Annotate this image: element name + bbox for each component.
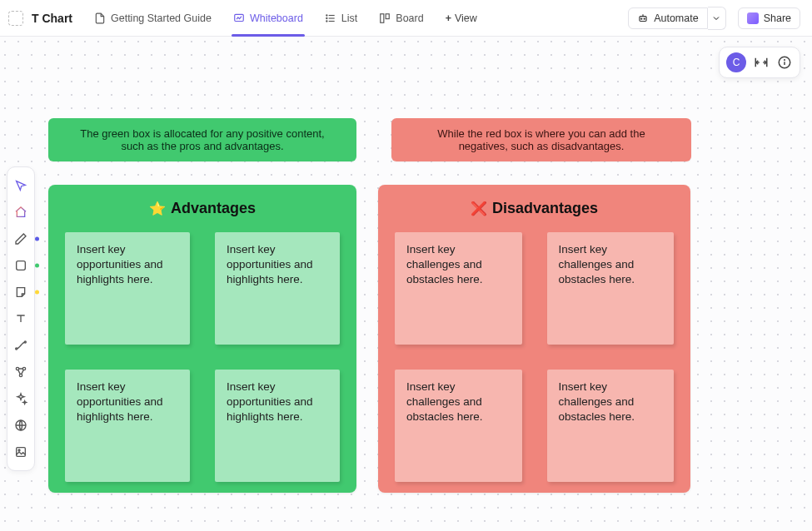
tab-label: List: [341, 12, 357, 24]
automate-button[interactable]: Automate: [628, 7, 708, 29]
sticky-icon: [14, 285, 27, 299]
color-dot-yellow: [35, 290, 39, 295]
text-icon: [14, 312, 27, 325]
doc-logo-icon: [8, 11, 23, 26]
tab-label: Whiteboard: [250, 12, 303, 24]
whiteboard-canvas[interactable]: C: [0, 37, 812, 531]
sticky-note[interactable]: Insert key opportunities and highlights …: [215, 370, 340, 482]
svg-point-20: [16, 348, 17, 350]
column-disadvantages[interactable]: ❌ Disadvantages Insert key challenges an…: [378, 185, 690, 493]
svg-point-11: [644, 18, 645, 19]
cursor-icon: [14, 179, 27, 192]
sparkle-icon: [14, 392, 27, 405]
svg-point-18: [785, 60, 785, 61]
cross-icon: ❌: [471, 201, 487, 216]
home-icon: [14, 206, 27, 219]
color-dot-green: [35, 264, 39, 268]
globe-icon: [14, 419, 27, 432]
list-icon: [325, 12, 336, 24]
svg-point-6: [326, 20, 327, 21]
info-banner-red[interactable]: While the red box is where you can add t…: [391, 118, 691, 161]
sticky-note[interactable]: Insert key opportunities and highlights …: [65, 370, 190, 482]
top-bar: T Chart Getting Started Guide Whiteboard…: [0, 0, 812, 37]
tool-hand[interactable]: [7, 199, 34, 226]
automate-group: Automate: [628, 7, 726, 30]
column-heading: ❌ Disadvantages: [395, 200, 674, 217]
connector-icon: [14, 339, 27, 352]
add-view-label: View: [455, 12, 477, 24]
tab-whiteboard[interactable]: Whiteboard: [225, 0, 311, 37]
svg-rect-8: [386, 13, 389, 18]
sticky-note[interactable]: Insert key challenges and obstacles here…: [395, 232, 522, 345]
share-avatar-icon: [747, 12, 759, 24]
svg-point-27: [18, 449, 20, 451]
svg-rect-7: [381, 13, 384, 22]
svg-rect-26: [17, 448, 26, 457]
sticky-note[interactable]: Insert key challenges and obstacles here…: [395, 370, 522, 482]
doc-icon: [94, 12, 106, 24]
tool-sticky[interactable]: [7, 279, 34, 305]
sticky-note[interactable]: Insert key challenges and obstacles here…: [547, 232, 675, 345]
left-toolbar: [7, 166, 35, 471]
banner-text: The green box is allocated for any posit…: [70, 127, 335, 152]
star-icon: ⭐: [149, 201, 166, 216]
fit-to-width-button[interactable]: [753, 55, 770, 70]
whiteboard-icon: [233, 12, 245, 24]
share-label: Share: [764, 12, 791, 24]
color-dot-blue: [35, 237, 39, 241]
tool-select[interactable]: [7, 172, 34, 199]
banner-text: While the red box is where you can add t…: [413, 127, 670, 152]
pen-icon: [14, 232, 27, 246]
presence-avatar[interactable]: C: [726, 52, 746, 72]
info-banner-green[interactable]: The green box is allocated for any posit…: [48, 118, 356, 161]
square-icon: [14, 259, 27, 272]
add-view-button[interactable]: + View: [437, 12, 486, 24]
board-icon: [379, 12, 391, 24]
fit-width-icon: [754, 55, 769, 70]
tool-web[interactable]: [7, 412, 34, 439]
robot-icon: [637, 12, 649, 24]
sticky-note[interactable]: Insert key challenges and obstacles here…: [547, 370, 675, 482]
automate-label: Automate: [654, 12, 699, 24]
nodes-icon: [14, 365, 27, 379]
info-icon: [777, 55, 792, 70]
column-title: Advantages: [171, 200, 256, 217]
column-title: Disadvantages: [492, 200, 598, 217]
tab-label: Board: [396, 12, 423, 24]
tab-label: Getting Started Guide: [111, 12, 212, 24]
notes-grid: Insert key challenges and obstacles here…: [395, 232, 674, 482]
tab-getting-started[interactable]: Getting Started Guide: [86, 0, 220, 37]
column-heading: ⭐ Advantages: [65, 200, 340, 217]
image-icon: [14, 445, 27, 459]
tool-relations[interactable]: [7, 359, 34, 385]
info-button[interactable]: [776, 55, 793, 70]
svg-point-4: [326, 14, 327, 15]
tool-text[interactable]: [7, 305, 34, 332]
tool-image[interactable]: [7, 439, 34, 465]
tab-list[interactable]: List: [316, 0, 366, 37]
automate-dropdown-button[interactable]: [708, 7, 726, 30]
svg-point-5: [326, 17, 327, 18]
plus-icon: +: [446, 12, 451, 24]
svg-point-10: [641, 18, 642, 19]
column-advantages[interactable]: ⭐ Advantages Insert key opportunities an…: [48, 185, 356, 493]
canvas-corner-toolbar: C: [719, 47, 800, 78]
tool-shape[interactable]: [7, 252, 34, 279]
notes-grid: Insert key opportunities and highlights …: [65, 232, 340, 482]
share-button[interactable]: Share: [738, 7, 800, 29]
tab-board[interactable]: Board: [371, 0, 431, 37]
sticky-note[interactable]: Insert key opportunities and highlights …: [65, 232, 190, 345]
tool-connector[interactable]: [7, 332, 34, 359]
tool-pen[interactable]: [7, 226, 34, 252]
sticky-note[interactable]: Insert key opportunities and highlights …: [215, 232, 340, 345]
svg-rect-19: [17, 261, 26, 270]
tool-ai[interactable]: [7, 385, 34, 412]
chevron-down-icon: [711, 13, 721, 23]
doc-title[interactable]: T Chart: [32, 12, 72, 25]
